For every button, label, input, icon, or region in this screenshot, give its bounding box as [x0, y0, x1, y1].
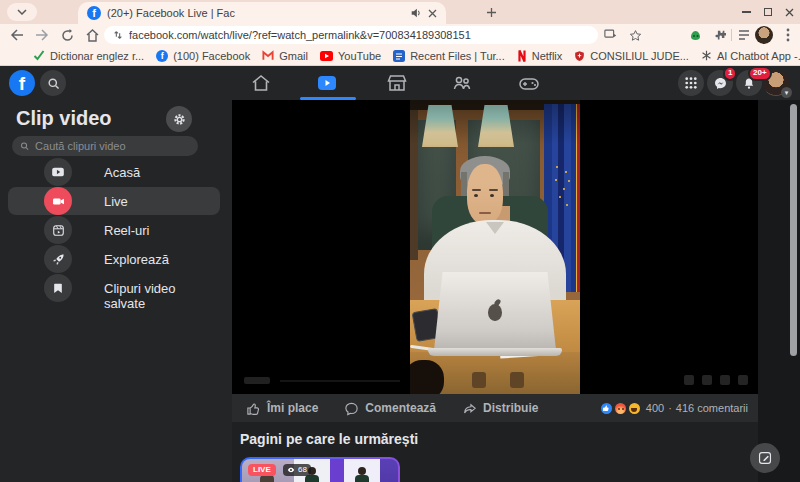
comments-count[interactable]: 416 comentarii	[676, 402, 748, 414]
bookmark-item[interactable]: f (100) Facebook	[156, 50, 250, 62]
saved-bookmark-icon	[44, 274, 72, 302]
extensions-puzzle-icon[interactable]	[710, 27, 728, 43]
page-scrollbar[interactable]	[790, 104, 797, 356]
reels-icon	[44, 216, 72, 244]
search-icon	[47, 77, 60, 90]
sidebar-item-home[interactable]: Acasă	[8, 158, 220, 186]
page-title: Clip video	[16, 107, 112, 130]
share-button[interactable]: Distribuie	[462, 401, 538, 416]
bookmark-item[interactable]: Gmail	[262, 50, 308, 62]
theater-control-icon[interactable]	[720, 375, 730, 385]
watch-sidebar: Clip video Acasă Live Reel-uri	[0, 100, 232, 482]
maximize-icon[interactable]	[764, 8, 772, 16]
address-bar[interactable]: facebook.com/watch/live/?ref=watch_perma…	[104, 26, 598, 44]
reading-list-icon[interactable]	[735, 27, 753, 43]
facebook-nav: f ▾ 1 20+	[0, 66, 800, 100]
create-post-button[interactable]	[750, 443, 780, 473]
plus-icon	[486, 7, 497, 18]
haha-reaction-icon	[627, 401, 642, 416]
bookmark-item[interactable]: Recent Files | Tur...	[393, 50, 505, 62]
home-nav-icon	[250, 72, 272, 94]
explore-rocket-icon	[44, 245, 72, 273]
gmail-favicon	[262, 50, 274, 61]
facebook-logo[interactable]: f	[9, 70, 35, 96]
bookmark-item[interactable]: AI Chatbot App -...	[701, 50, 800, 62]
fb-search-button[interactable]	[40, 70, 66, 96]
tab-search-button[interactable]	[7, 3, 37, 21]
progress-bar[interactable]	[280, 380, 400, 382]
nav-tab-marketplace[interactable]	[369, 71, 425, 95]
site-info-icon[interactable]	[113, 29, 123, 41]
share-arrow-icon	[462, 401, 477, 416]
watch-nav-icon	[316, 72, 338, 94]
bookmark-item[interactable]: YouTube	[320, 50, 381, 62]
nav-tab-home[interactable]	[233, 71, 289, 95]
live-page-thumbnail[interactable]: LIVE 68	[240, 457, 400, 482]
sidebar-item-live[interactable]: Live	[8, 187, 220, 215]
pip-control-icon[interactable]	[702, 375, 712, 385]
sidebar-item-saved-videos[interactable]: Clipuri video salvate	[8, 274, 220, 302]
browser-tab[interactable]: f (20+) Facebook Live | Fac	[78, 2, 446, 24]
check-icon	[33, 50, 45, 61]
extension-plant-icon[interactable]	[686, 27, 704, 43]
window-controls	[742, 0, 794, 24]
back-icon[interactable]	[8, 27, 26, 43]
comment-button[interactable]: Comentează	[344, 401, 436, 416]
browser-tab-strip: f (20+) Facebook Live | Fac	[0, 0, 800, 24]
gaming-nav-icon	[518, 72, 540, 94]
player-controls	[232, 366, 758, 394]
new-tab-button[interactable]	[483, 4, 499, 20]
play-pause-control[interactable]	[244, 377, 270, 384]
send-to-device-icon[interactable]	[602, 27, 620, 43]
engagement-summary[interactable]: 400 · 416 comentarii	[599, 401, 758, 416]
video-search-box[interactable]	[12, 136, 198, 156]
tab-audio-icon[interactable]	[410, 7, 422, 19]
bookmark-item[interactable]: CONSILIUL JUDE...	[574, 50, 689, 62]
tab-close-icon[interactable]	[428, 9, 437, 18]
reactions-count: 400	[646, 402, 664, 414]
settings-button[interactable]	[166, 106, 192, 132]
account-chevron-icon[interactable]: ▾	[781, 87, 792, 98]
fb-menu-button[interactable]	[678, 70, 704, 96]
separator: ·	[668, 402, 672, 414]
toolbar-divider	[731, 29, 732, 41]
nav-tab-groups[interactable]	[434, 71, 490, 95]
bookmark-item[interactable]: Dictionar englez r...	[33, 50, 144, 62]
facebook-favicon-icon: f	[87, 6, 101, 20]
youtube-favicon	[320, 51, 333, 61]
comment-icon	[344, 401, 359, 416]
groups-nav-icon	[451, 72, 473, 94]
bookmarks-bar: Dictionar englez r... f (100) Facebook G…	[0, 46, 800, 66]
minimize-icon[interactable]	[742, 11, 751, 13]
sidebar-item-explore[interactable]: Explorează	[8, 245, 220, 273]
forward-icon[interactable]	[33, 27, 51, 43]
like-button[interactable]: Îmi place	[246, 401, 318, 416]
live-badge: LIVE	[248, 464, 276, 476]
window-close-icon[interactable]	[785, 8, 794, 17]
live-icon	[44, 187, 72, 215]
asterisk-favicon	[701, 50, 712, 61]
home-icon[interactable]	[83, 27, 101, 43]
messenger-badge: 1	[723, 66, 737, 81]
reload-icon[interactable]	[58, 27, 76, 43]
browser-menu-icon[interactable]	[779, 27, 797, 43]
search-input[interactable]	[35, 140, 190, 152]
thumbs-up-icon	[246, 401, 261, 416]
blue-doc-favicon	[393, 50, 405, 62]
following-heading: Pagini pe care le urmărești	[240, 431, 418, 447]
watch-home-icon	[44, 158, 72, 186]
sidebar-item-reels[interactable]: Reel-uri	[8, 216, 220, 244]
settings-control-icon[interactable]	[684, 375, 694, 385]
browser-profile-avatar[interactable]	[755, 26, 773, 44]
video-player[interactable]	[232, 100, 758, 394]
edit-pencil-icon	[758, 451, 772, 465]
fullscreen-control-icon[interactable]	[738, 375, 748, 385]
nav-tab-watch-active[interactable]	[299, 71, 355, 95]
browser-toolbar: facebook.com/watch/live/?ref=watch_perma…	[0, 24, 800, 46]
menu-grid-icon	[685, 77, 697, 89]
bookmark-item[interactable]: Netflix	[517, 50, 563, 62]
tab-title: (20+) Facebook Live | Fac	[107, 7, 404, 19]
nav-tab-gaming[interactable]	[501, 71, 557, 95]
gear-icon	[172, 112, 187, 127]
bookmark-star-icon[interactable]	[626, 27, 644, 43]
